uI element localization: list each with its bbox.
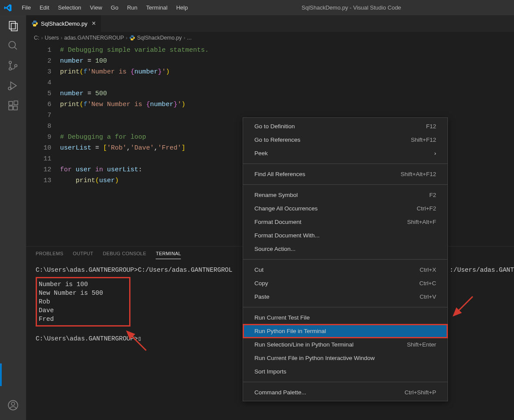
menu-run-current-test-file[interactable]: Run Current Test File xyxy=(243,311,447,324)
python-icon xyxy=(31,20,38,27)
terminal-cursor: ▯ xyxy=(138,335,142,342)
menu-sort-imports[interactable]: Sort Imports xyxy=(243,365,447,378)
menu-paste[interactable]: PasteCtrl+V xyxy=(243,290,447,303)
menu-change-all-occurrences[interactable]: Change All OccurrencesCtrl+F2 xyxy=(243,202,447,215)
title-bar: File Edit Selection View Go Run Terminal… xyxy=(0,0,514,15)
activity-indicator xyxy=(0,363,2,386)
tab-sqlshackdemo[interactable]: SqlShackDemo.py × xyxy=(26,15,101,32)
svg-rect-10 xyxy=(9,106,13,110)
terminal-prompt: C:\Users\adas.GANTNERGROUP> xyxy=(36,335,138,342)
menu-run-selection-in-terminal[interactable]: Run Selection/Line in Python TerminalShi… xyxy=(243,338,447,351)
source-control-icon[interactable] xyxy=(7,60,19,72)
svg-point-5 xyxy=(9,68,11,70)
svg-point-2 xyxy=(9,41,15,48)
breadcrumb-part[interactable]: SqlShackDemo.py xyxy=(137,35,182,41)
svg-rect-11 xyxy=(13,106,17,110)
terminal-text: :/Users/adas.GANT xyxy=(450,266,514,274)
svg-point-16 xyxy=(36,25,36,26)
menu-edit[interactable]: Edit xyxy=(35,3,53,13)
tab-problems[interactable]: PROBLEMS xyxy=(36,251,63,259)
terminal-output-highlight: Number is 100 New Number is 500 Rob Dave… xyxy=(36,277,130,327)
menu-goto-references[interactable]: Go to ReferencesShift+F12 xyxy=(243,133,447,147)
terminal-text: C:/Users/adas.GANTNERGROL xyxy=(138,267,233,273)
menu-command-palette[interactable]: Command Palette...Ctrl+Shift+P xyxy=(243,386,447,399)
close-icon[interactable]: × xyxy=(92,20,96,27)
line-gutter: 12345678910111213 xyxy=(26,45,60,246)
menu-selection[interactable]: Selection xyxy=(53,3,85,13)
window-title: SqlShackDemo.py - Visual Studio Code xyxy=(192,4,511,11)
menu-terminal[interactable]: Terminal xyxy=(142,3,172,13)
menu-rename-symbol[interactable]: Rename SymbolF2 xyxy=(243,188,447,202)
breadcrumb-part[interactable]: C: xyxy=(34,35,40,41)
menu-help[interactable]: Help xyxy=(172,3,192,13)
menu-find-all-references[interactable]: Find All ReferencesShift+Alt+F12 xyxy=(243,167,447,181)
menu-go[interactable]: Go xyxy=(107,3,123,13)
menu-cut[interactable]: CutCtrl+X xyxy=(243,263,447,277)
svg-rect-0 xyxy=(9,21,15,29)
svg-rect-9 xyxy=(9,101,13,105)
svg-point-15 xyxy=(33,21,34,21)
chevron-right-icon: › xyxy=(434,150,437,157)
svg-rect-1 xyxy=(11,23,17,31)
terminal-prompt: C:\Users\adas.GANTNERGROUP> xyxy=(36,267,138,273)
menu-run[interactable]: Run xyxy=(123,3,142,13)
menu-view[interactable]: View xyxy=(86,3,107,13)
menu-peek[interactable]: Peek› xyxy=(243,147,447,160)
svg-rect-12 xyxy=(14,101,18,105)
search-icon[interactable] xyxy=(7,40,19,52)
svg-point-14 xyxy=(11,402,15,406)
breadcrumb-part[interactable]: adas.GANTNERGROUP xyxy=(64,35,124,41)
menu-run-python-file-in-terminal[interactable]: Run Python File in Terminal xyxy=(243,324,447,338)
tab-label: SqlShackDemo.py xyxy=(41,20,87,27)
menu-copy[interactable]: CopyCtrl+C xyxy=(243,277,447,290)
breadcrumb-part[interactable]: ... xyxy=(187,35,191,41)
terminal-line: Dave xyxy=(39,306,103,315)
tab-terminal[interactable]: TERMINAL xyxy=(156,251,181,259)
breadcrumb[interactable]: C:› Users› adas.GANTNERGROUP› SqlShackDe… xyxy=(26,32,514,44)
breadcrumb-part[interactable]: Users xyxy=(45,35,59,41)
extensions-icon[interactable] xyxy=(7,100,19,112)
terminal-line: Rob xyxy=(39,297,103,306)
explorer-icon[interactable] xyxy=(7,20,19,32)
context-menu: Go to DefinitionF12 Go to ReferencesShif… xyxy=(243,117,448,401)
menu-bar: File Edit Selection View Go Run Terminal… xyxy=(17,3,192,13)
menu-file[interactable]: File xyxy=(17,3,35,13)
terminal-line: Number is 100 xyxy=(39,280,103,289)
menu-goto-definition[interactable]: Go to DefinitionF12 xyxy=(243,120,447,133)
tab-debug-console[interactable]: DEBUG CONSOLE xyxy=(103,251,147,259)
python-icon xyxy=(129,35,135,41)
svg-point-4 xyxy=(9,61,11,63)
terminal-line: Fred xyxy=(39,315,103,323)
menu-run-interactive-window[interactable]: Run Current File in Python Interactive W… xyxy=(243,351,447,365)
vscode-icon xyxy=(3,3,12,12)
menu-source-action[interactable]: Source Action... xyxy=(243,242,447,256)
menu-format-document[interactable]: Format DocumentShift+Alt+F xyxy=(243,215,447,229)
svg-line-3 xyxy=(14,47,17,49)
account-icon[interactable] xyxy=(7,399,19,411)
activity-bar xyxy=(0,15,26,420)
svg-point-6 xyxy=(15,64,17,67)
tab-output[interactable]: OUTPUT xyxy=(73,251,93,259)
svg-marker-7 xyxy=(11,82,17,89)
menu-format-document-with[interactable]: Format Document With... xyxy=(243,229,447,242)
debug-icon[interactable] xyxy=(7,80,19,92)
terminal-line: New Number is 500 xyxy=(39,289,103,297)
tab-bar: SqlShackDemo.py × xyxy=(26,15,514,32)
